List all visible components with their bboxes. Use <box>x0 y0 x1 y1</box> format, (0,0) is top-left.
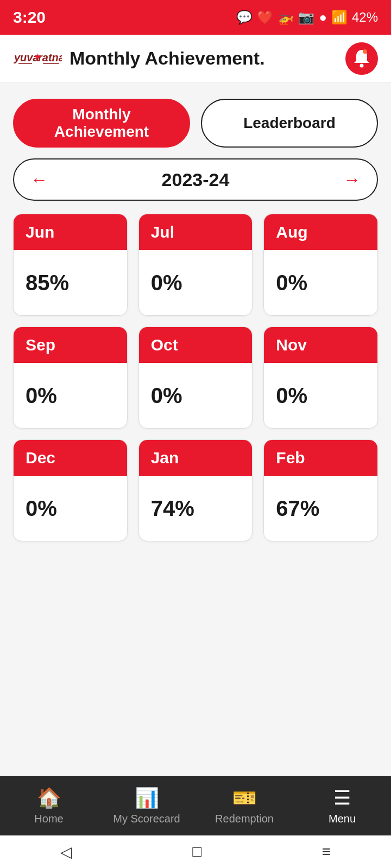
dji-icon: 🚁 <box>278 10 294 25</box>
svg-point-5 <box>360 63 364 67</box>
recents-button[interactable]: ≡ <box>322 843 331 860</box>
bottom-nav: 🏠 Home 📊 My Scorecard 🎫 Redemption ☰ Men… <box>0 776 391 835</box>
month-value-jul: 0% <box>151 271 182 295</box>
month-label-dec: Dec <box>14 440 127 476</box>
month-card-dec[interactable]: Dec 0% <box>13 439 128 541</box>
month-card-oct[interactable]: Oct 0% <box>138 327 253 429</box>
month-value-jan: 74% <box>151 496 194 521</box>
whatsapp-icon: 💬 <box>236 10 253 25</box>
month-card-jan[interactable]: Jan 74% <box>138 439 253 541</box>
status-bar: 3:20 💬 ❤️ 🚁 📷 ● 📶 42% <box>0 0 391 35</box>
month-label-oct: Oct <box>139 327 253 363</box>
month-value-aug: 0% <box>276 271 307 295</box>
nav-item-home[interactable]: 🏠 Home <box>0 787 98 825</box>
year-selector: ← 2023-24 → <box>13 158 378 201</box>
month-card-jul[interactable]: Jul 0% <box>138 214 253 316</box>
month-value-oct: 0% <box>151 384 182 408</box>
header: yuva ratna ✦ Monthly Achievement. <box>0 35 391 82</box>
month-card-nov[interactable]: Nov 0% <box>263 327 378 429</box>
month-label-jun: Jun <box>14 214 127 250</box>
year-display: 2023-24 <box>162 169 230 190</box>
month-label-sep: Sep <box>14 327 127 363</box>
month-value-jun: 85% <box>26 271 69 295</box>
tab-monthly-achievement[interactable]: Monthly Achievement <box>13 99 190 148</box>
notification-bell[interactable] <box>345 42 378 75</box>
month-label-aug: Aug <box>264 214 377 250</box>
nav-label-menu: Menu <box>329 813 356 825</box>
month-card-sep[interactable]: Sep 0% <box>13 327 128 429</box>
nav-item-redemption[interactable]: 🎫 Redemption <box>195 787 293 825</box>
svg-text:✦: ✦ <box>34 52 42 62</box>
svg-point-6 <box>363 49 367 54</box>
month-label-jul: Jul <box>139 214 253 250</box>
nav-label-redemption: Redemption <box>215 813 274 825</box>
scorecard-icon: 📊 <box>135 787 159 809</box>
month-value-sep: 0% <box>26 384 57 408</box>
back-button[interactable]: ◁ <box>60 843 72 861</box>
month-value-feb: 67% <box>276 496 319 521</box>
month-card-jun[interactable]: Jun 85% <box>13 214 128 316</box>
month-card-aug[interactable]: Aug 0% <box>263 214 378 316</box>
prev-year-button[interactable]: ← <box>30 170 48 190</box>
tab-leaderboard[interactable]: Leaderboard <box>201 99 378 148</box>
status-time: 3:20 <box>13 8 46 27</box>
redemption-icon: 🎫 <box>232 787 257 809</box>
status-icons: 💬 ❤️ 🚁 📷 ● 📶 42% <box>236 10 378 25</box>
month-grid: Jun 85% Jul 0% Aug 0% Sep 0% Oct 0% Nov … <box>0 214 391 541</box>
nav-label-home: Home <box>34 813 63 825</box>
heart-icon: ❤️ <box>257 10 273 25</box>
month-value-nov: 0% <box>276 384 307 408</box>
home-icon: 🏠 <box>37 787 61 809</box>
month-card-feb[interactable]: Feb 67% <box>263 439 378 541</box>
logo: yuva ratna ✦ <box>13 45 62 72</box>
home-button[interactable]: □ <box>192 843 201 860</box>
dot-icon: ● <box>319 10 327 25</box>
nav-item-menu[interactable]: ☰ Menu <box>293 787 391 825</box>
nav-label-scorecard: My Scorecard <box>113 813 180 825</box>
system-nav: ◁ □ ≡ <box>0 835 391 868</box>
signal-icon: 📶 <box>331 10 348 25</box>
month-label-nov: Nov <box>264 327 377 363</box>
next-year-button[interactable]: → <box>343 170 361 190</box>
tab-section: Monthly Achievement Leaderboard <box>0 82 391 158</box>
month-value-dec: 0% <box>26 496 57 521</box>
menu-icon: ☰ <box>333 787 351 809</box>
battery-icon: 42% <box>352 10 378 25</box>
month-label-feb: Feb <box>264 440 377 476</box>
header-left: yuva ratna ✦ Monthly Achievement. <box>13 45 265 72</box>
page-title: Monthly Achievement. <box>70 48 265 69</box>
instagram-icon: 📷 <box>298 10 314 25</box>
nav-item-scorecard[interactable]: 📊 My Scorecard <box>98 787 195 825</box>
month-label-jan: Jan <box>139 440 253 476</box>
